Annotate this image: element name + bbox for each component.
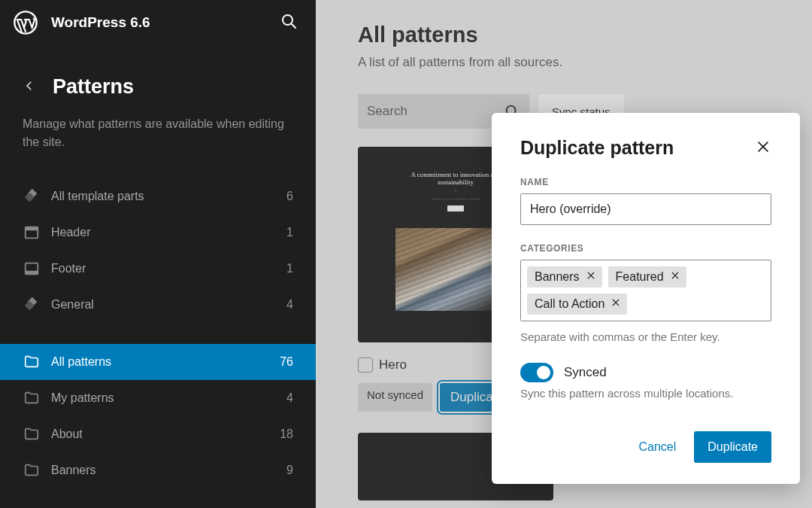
nav-label: Header xyxy=(51,226,286,239)
sidebar-header: Patterns Manage what patterns are availa… xyxy=(0,45,316,157)
close-icon[interactable] xyxy=(755,138,771,158)
nav-count: 76 xyxy=(280,355,293,369)
nav-all-patterns[interactable]: All patterns 76 xyxy=(0,344,316,380)
tag-label: Featured xyxy=(616,270,664,284)
folder-icon xyxy=(23,389,41,407)
synced-label: Synced xyxy=(564,365,607,380)
sidebar-topbar: WordPress 6.6 xyxy=(0,0,316,45)
diamond-stack-icon xyxy=(23,187,41,205)
nav-label: Footer xyxy=(51,262,286,275)
wordpress-logo-icon[interactable] xyxy=(14,11,38,35)
nav-footer[interactable]: Footer 1 xyxy=(0,251,316,287)
svg-rect-6 xyxy=(26,227,38,231)
diamond-stack-icon xyxy=(23,296,41,314)
nav-general[interactable]: General 4 xyxy=(0,287,316,323)
categories-help-text: Separate with commas or the Enter key. xyxy=(520,330,771,343)
nav-label: My patterns xyxy=(51,391,286,405)
categories-input[interactable]: Banners Featured Call to Action xyxy=(520,260,771,321)
pattern-select-checkbox[interactable] xyxy=(358,357,373,373)
svg-line-2 xyxy=(292,24,295,28)
template-parts-nav: All template parts 6 Header 1 Footer 1 G… xyxy=(0,178,316,323)
nav-count: 1 xyxy=(286,262,293,275)
nav-all-template-parts[interactable]: All template parts 6 xyxy=(0,178,316,214)
nav-count: 6 xyxy=(286,190,293,203)
remove-tag-icon[interactable] xyxy=(670,270,680,284)
category-tag: Banners xyxy=(527,266,602,287)
sidebar: WordPress 6.6 Patterns Manage what patte… xyxy=(0,0,316,508)
cancel-button[interactable]: Cancel xyxy=(634,433,680,461)
folder-icon xyxy=(23,461,41,479)
page-subtitle: A list of all patterns from all sources. xyxy=(358,55,782,70)
footer-layout-icon xyxy=(23,260,41,278)
nav-count: 4 xyxy=(286,298,293,312)
nav-about[interactable]: About 18 xyxy=(0,416,316,452)
remove-tag-icon[interactable] xyxy=(611,297,621,311)
nav-my-patterns[interactable]: My patterns 4 xyxy=(0,380,316,416)
category-tag: Call to Action xyxy=(527,294,627,315)
synced-toggle[interactable] xyxy=(520,363,553,382)
tag-label: Banners xyxy=(535,270,580,284)
search-placeholder: Search xyxy=(367,104,504,119)
categories-label: CATEGORIES xyxy=(520,243,771,254)
pattern-name-input[interactable] xyxy=(520,193,771,225)
preview-heading: A commitment to innovation and sustainab… xyxy=(407,171,504,186)
nav-label: All template parts xyxy=(51,190,286,203)
site-title: WordPress 6.6 xyxy=(51,14,280,31)
name-label: NAME xyxy=(520,177,771,187)
nav-count: 4 xyxy=(286,391,293,405)
nav-header[interactable]: Header 1 xyxy=(0,214,316,251)
nav-label: All patterns xyxy=(51,355,280,369)
sidebar-title: Patterns xyxy=(53,75,134,99)
folder-icon xyxy=(23,425,41,443)
nav-label: About xyxy=(51,427,280,441)
sidebar-description: Manage what patterns are available when … xyxy=(23,115,293,157)
nav-banners[interactable]: Banners 9 xyxy=(0,452,316,488)
pattern-name[interactable]: Hero xyxy=(379,357,407,373)
duplicate-pattern-modal: Duplicate pattern NAME CATEGORIES Banner… xyxy=(492,113,800,484)
back-chevron-icon[interactable] xyxy=(23,79,36,96)
sync-status-badge: Not synced xyxy=(358,383,432,412)
tag-label: Call to Action xyxy=(535,297,604,311)
page-title: All patterns xyxy=(358,23,782,47)
svg-rect-8 xyxy=(26,271,38,275)
remove-tag-icon[interactable] xyxy=(586,270,596,284)
nav-count: 1 xyxy=(286,226,293,239)
svg-point-1 xyxy=(283,15,292,25)
pattern-categories-nav: All patterns 76 My patterns 4 About 18 B… xyxy=(0,344,316,488)
folder-icon xyxy=(23,353,41,371)
synced-help-text: Sync this pattern across multiple locati… xyxy=(520,387,771,400)
duplicate-button[interactable]: Duplicate xyxy=(694,431,771,463)
modal-title: Duplicate pattern xyxy=(520,137,674,159)
nav-count: 18 xyxy=(280,427,293,441)
header-layout-icon xyxy=(23,224,41,242)
nav-label: General xyxy=(51,298,286,312)
category-tag: Featured xyxy=(608,266,686,287)
nav-label: Banners xyxy=(51,464,286,477)
nav-count: 9 xyxy=(286,464,293,477)
search-icon[interactable] xyxy=(280,12,298,33)
